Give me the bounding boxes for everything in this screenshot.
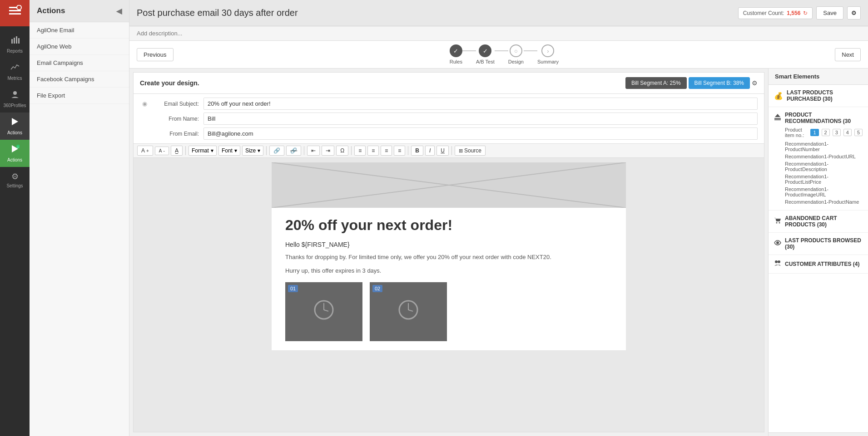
indent-decrease-button[interactable]: ⇤ xyxy=(307,146,320,156)
subject-label: Email Subject: xyxy=(154,101,199,107)
format-select[interactable]: Format ▾ xyxy=(188,146,217,156)
font-increase-icon: A xyxy=(141,147,145,154)
design-label: Design xyxy=(508,59,524,64)
product-no-1[interactable]: 1 xyxy=(810,129,818,136)
segment-a-tab[interactable]: Bill Segment A: 25% xyxy=(625,77,687,89)
rec-product-listprice[interactable]: Recommendation1-ProductListPrice xyxy=(785,173,863,186)
rec-product-imageurl[interactable]: Recommendation1-ProductImageURL xyxy=(785,186,863,198)
wizard-steps: ✓ Rules ✓ A/B Test ○ Design › Summary xyxy=(450,44,559,64)
indent-increase-button[interactable]: ⇥ xyxy=(322,146,334,156)
sidebar-item-metrics[interactable]: Metrics xyxy=(0,58,30,85)
product-no-3[interactable]: 3 xyxy=(833,129,841,136)
last-browsed-label: LAST PRODUCTS BROWSED (30) xyxy=(785,237,863,250)
nav-item-agilone-email[interactable]: AgilOne Email xyxy=(30,22,129,39)
rec-product-name[interactable]: Recommendation1-ProductName xyxy=(785,198,863,206)
source-button[interactable]: ⊞ Source xyxy=(455,146,486,156)
settings-icon: ⚙ xyxy=(11,171,19,181)
from-name-input[interactable] xyxy=(203,113,758,125)
highlight-icon: A̲ xyxy=(175,147,179,154)
sidebar-item-360profiles[interactable]: 360Profiles xyxy=(0,85,30,113)
separator-6 xyxy=(451,146,452,155)
rec-product-url[interactable]: Recommendation1-ProductURL xyxy=(785,153,863,160)
nav-item-email-campaigns[interactable]: Email Campaigns xyxy=(30,55,129,71)
product-item-nos-label: Product item no.: xyxy=(785,127,808,138)
align-left-button[interactable]: ≡ xyxy=(354,146,366,156)
sidebar-item-actions[interactable]: Actions xyxy=(0,113,30,140)
svg-marker-24 xyxy=(775,114,780,117)
rec-product-description[interactable]: Recommendation1-ProductDescription xyxy=(785,160,863,173)
product-no-5[interactable]: 5 xyxy=(854,129,863,136)
product-badge-2: 02 xyxy=(372,285,382,292)
svg-point-3 xyxy=(17,5,21,10)
link-button[interactable]: 🔗 xyxy=(269,146,284,156)
subject-input[interactable] xyxy=(203,98,758,110)
description-input[interactable] xyxy=(137,30,861,37)
editor-toolbar: A + A - A̲ Format ▾ Font ▾ xyxy=(134,144,764,158)
svg-rect-13 xyxy=(272,162,626,208)
wizard-step-rules: ✓ Rules xyxy=(450,44,462,64)
highlight-button[interactable]: A̲ xyxy=(171,146,183,156)
from-name-label: From Name: xyxy=(154,116,199,122)
sidebar-item-settings[interactable]: ⚙ Settings xyxy=(0,167,30,193)
font-select[interactable]: Font ▾ xyxy=(218,146,240,156)
unlink-button[interactable]: 🔗 xyxy=(286,146,301,156)
next-button[interactable]: Next xyxy=(835,48,861,61)
source-icon: ⊞ xyxy=(459,148,463,154)
italic-button[interactable]: I xyxy=(425,146,435,156)
svg-line-15 xyxy=(272,162,626,208)
settings-label: Settings xyxy=(6,183,23,188)
nav-item-agilone-web[interactable]: AgilOne Web xyxy=(30,39,129,55)
refresh-icon[interactable]: ↻ xyxy=(803,10,808,16)
metrics-icon xyxy=(10,63,20,74)
product-no-4[interactable]: 4 xyxy=(843,129,852,136)
product-item-nos: Product item no.: 1 2 3 4 5 xyxy=(785,127,863,138)
last-purchased-icon: 💰 xyxy=(774,92,783,100)
nav-item-file-export[interactable]: File Export xyxy=(30,88,129,104)
svg-point-26 xyxy=(779,222,780,224)
font-decrease-button[interactable]: A - xyxy=(155,147,169,155)
gear-button[interactable]: ⚙ xyxy=(847,6,861,20)
svg-point-28 xyxy=(775,260,778,263)
email-preview: 20% off your next order! Hello ${FIRST_N… xyxy=(134,158,764,432)
from-email-input[interactable] xyxy=(203,127,758,140)
bold-button[interactable]: B xyxy=(411,146,423,156)
segment-tabs: Bill Segment A: 25% Bill Segment B: 38% … xyxy=(625,77,758,89)
customer-count-value: 1,556 xyxy=(787,10,800,16)
right-panel-header: Smart Elements xyxy=(769,69,868,85)
smart-element-last-purchased[interactable]: 💰 LAST PRODUCTS PURCHASED (30) xyxy=(769,85,868,107)
nav-item-facebook-campaigns[interactable]: Facebook Campaigns xyxy=(30,71,129,88)
size-select[interactable]: Size ▾ xyxy=(242,146,263,156)
subject-icon: ◉ xyxy=(140,100,149,107)
special-chars-button[interactable]: Ω xyxy=(336,146,348,156)
bold-icon: B xyxy=(415,147,419,154)
metrics-label: Metrics xyxy=(7,76,22,81)
customer-attributes-label: CUSTOMER ATTRIBUTES (4) xyxy=(785,261,859,267)
smart-element-abandoned-cart[interactable]: ABANDONED CART PRODUCTS (30) xyxy=(769,211,868,233)
smart-element-recommendations[interactable]: PRODUCT RECOMMENDATIONS (30 Product item… xyxy=(769,107,868,211)
align-center-button[interactable]: ≡ xyxy=(367,146,379,156)
font-increase-button[interactable]: A + xyxy=(137,146,153,156)
sidebar-item-reports[interactable]: Reports xyxy=(0,31,30,58)
email-banner xyxy=(272,162,626,208)
product-no-2[interactable]: 2 xyxy=(822,129,830,136)
sidebar-item-actions2[interactable]: + Actions xyxy=(0,140,30,167)
underline-button[interactable]: U xyxy=(436,146,449,156)
previous-button[interactable]: Previous xyxy=(137,48,174,61)
smart-element-last-browsed[interactable]: LAST PRODUCTS BROWSED (30) xyxy=(769,233,868,255)
align-right-button[interactable]: ≡ xyxy=(381,146,392,156)
subject-row: ◉ Email Subject: xyxy=(140,98,758,110)
recommendations-label: PRODUCT RECOMMENDATIONS (30 xyxy=(785,112,863,124)
justify-button[interactable]: ≡ xyxy=(394,146,405,156)
design-gear-icon[interactable]: ⚙ xyxy=(752,79,758,87)
rec-product-number[interactable]: Recommendation1-ProductNumber xyxy=(785,140,863,153)
customer-count-label: Customer Count: xyxy=(743,10,784,16)
smart-element-customer-attributes[interactable]: CUSTOMER ATTRIBUTES (4) xyxy=(769,255,868,274)
svg-rect-7 xyxy=(18,38,20,44)
save-button[interactable]: Save xyxy=(816,6,843,20)
last-purchased-label: LAST PRODUCTS PURCHASED (30) xyxy=(787,89,863,102)
collapse-button[interactable]: ◀ xyxy=(116,7,122,15)
top-bar: Post purchase email 30 days after order … xyxy=(129,0,868,26)
actions2-icon: + xyxy=(10,144,20,156)
segment-b-tab[interactable]: Bill Segment B: 38% xyxy=(689,77,750,89)
separator-3 xyxy=(304,146,304,155)
